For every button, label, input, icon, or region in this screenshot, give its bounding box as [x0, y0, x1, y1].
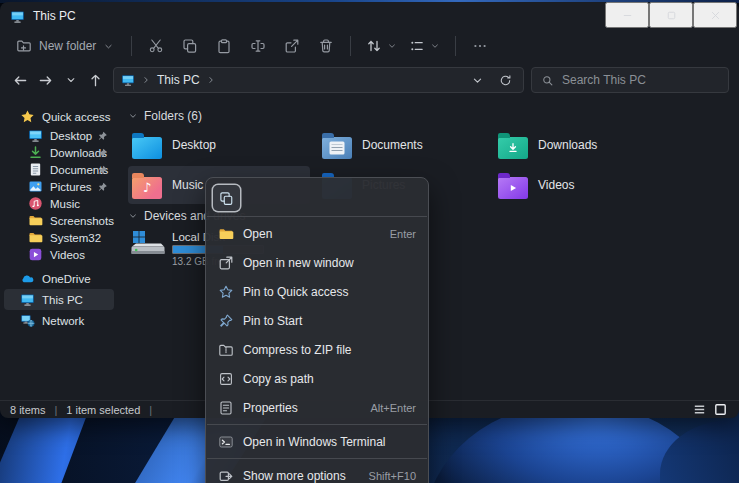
- chevron-right-icon: [206, 75, 216, 85]
- pin-icon: [97, 147, 108, 158]
- folder-tile-label: Desktop: [172, 138, 216, 152]
- forward-button[interactable]: [33, 68, 58, 93]
- toolbar-actions: [141, 33, 341, 60]
- status-selection: 1 item selected: [66, 404, 140, 416]
- terminal-icon: [218, 434, 234, 450]
- folder-tile-documents[interactable]: Documents: [318, 126, 500, 164]
- menu-item-pin-to-start[interactable]: Pin to Start: [206, 306, 428, 335]
- sidebar-item-network[interactable]: Network: [4, 310, 114, 331]
- rename-icon: [250, 38, 266, 54]
- thumbnail-view-icon: [713, 402, 728, 417]
- sidebar-item-desktop[interactable]: Desktop: [4, 127, 114, 144]
- pin-outline-icon: [218, 313, 234, 329]
- folders-section-header[interactable]: Folders (6): [128, 108, 739, 124]
- sort-button[interactable]: [360, 33, 403, 60]
- address-dropdown-button[interactable]: [466, 69, 488, 91]
- copy-button[interactable]: [175, 33, 205, 60]
- breadcrumb-this-pc[interactable]: This PC: [157, 73, 200, 87]
- sidebar-item-pictures[interactable]: Pictures: [4, 178, 114, 195]
- pin-icon: [97, 130, 108, 141]
- delete-button[interactable]: [311, 33, 341, 60]
- maximize-button[interactable]: [649, 2, 693, 28]
- status-separator: |: [149, 404, 152, 416]
- sidebar-item-this-pc[interactable]: This PC: [4, 289, 114, 310]
- cut-button[interactable]: [141, 33, 171, 60]
- menu-item-shortcut: Enter: [390, 228, 416, 240]
- sidebar-item-label: This PC: [42, 294, 83, 306]
- music-sb-icon: [28, 196, 43, 211]
- chevron-down-icon: [65, 74, 77, 86]
- address-bar[interactable]: This PC: [113, 67, 524, 93]
- menu-item-pin-to-quick-access[interactable]: Pin to Quick access: [206, 277, 428, 306]
- large-icons-view-button[interactable]: [713, 402, 729, 417]
- sidebar-item-downloads[interactable]: Downloads: [4, 144, 114, 161]
- folder-tile-videos[interactable]: Videos: [494, 166, 676, 204]
- more-options-button[interactable]: [465, 33, 495, 60]
- menu-item-label: Open: [243, 227, 272, 241]
- menu-quick-copy-button[interactable]: [213, 185, 240, 211]
- open-new-window-icon: [218, 255, 234, 271]
- this-pc-icon: [20, 292, 35, 307]
- menu-separator: [207, 216, 427, 217]
- download-icon: [28, 145, 43, 160]
- paste-button[interactable]: [209, 33, 239, 60]
- menu-item-shortcut: Shift+F10: [369, 470, 416, 482]
- menu-item-label: Pin to Start: [243, 314, 302, 328]
- up-button[interactable]: [83, 68, 108, 93]
- copy-path-icon: [218, 371, 234, 387]
- close-button[interactable]: [693, 2, 737, 28]
- rename-button[interactable]: [243, 33, 273, 60]
- titlebar[interactable]: This PC: [0, 2, 739, 30]
- minimize-button[interactable]: [605, 2, 649, 28]
- up-icon: [88, 73, 103, 88]
- properties-icon: [218, 400, 234, 416]
- view-button[interactable]: [403, 33, 446, 60]
- sidebar-item-label: Music: [50, 198, 80, 210]
- share-button[interactable]: [277, 33, 307, 60]
- menu-item-compress-to-zip-file[interactable]: Compress to ZIP file: [206, 335, 428, 364]
- folder-icon: [28, 230, 43, 245]
- this-pc-icon: [121, 73, 135, 87]
- minimize-icon: [621, 9, 634, 22]
- forward-icon: [38, 73, 53, 88]
- recent-locations-button[interactable]: [58, 68, 83, 93]
- menu-item-copy-as-path[interactable]: Copy as path: [206, 364, 428, 393]
- this-pc-icon: [10, 9, 25, 24]
- view-icon: [409, 38, 425, 54]
- details-view-button[interactable]: [692, 402, 708, 417]
- back-button[interactable]: [8, 68, 33, 93]
- menu-item-open-in-new-window[interactable]: Open in new window: [206, 248, 428, 277]
- folder-icon-videos: [498, 177, 528, 199]
- sidebar-item-onedrive[interactable]: OneDrive: [4, 268, 114, 289]
- sidebar-item-quick-access[interactable]: Quick access: [4, 106, 114, 127]
- menu-item-open[interactable]: OpenEnter: [206, 219, 428, 248]
- star-icon: [20, 109, 35, 124]
- new-folder-button[interactable]: New folder: [8, 34, 122, 58]
- menu-item-label: Open in new window: [243, 256, 354, 270]
- folder-tile-desktop[interactable]: Desktop: [128, 126, 310, 164]
- sidebar-item-videos[interactable]: Videos: [4, 246, 114, 263]
- refresh-button[interactable]: [494, 69, 516, 91]
- folders-section-title: Folders (6): [144, 109, 202, 123]
- folder-tile-downloads[interactable]: Downloads: [494, 126, 676, 164]
- chevron-down-icon: [128, 111, 138, 121]
- context-menu-quick-actions: [206, 182, 428, 214]
- menu-item-open-in-windows-terminal[interactable]: Open in Windows Terminal: [206, 427, 428, 456]
- chevron-down-icon: [471, 74, 484, 87]
- context-menu-items: OpenEnterOpen in new windowPin to Quick …: [206, 219, 428, 483]
- maximize-icon: [665, 9, 678, 22]
- menu-item-show-more-options[interactable]: Show more optionsShift+F10: [206, 461, 428, 483]
- sidebar-item-system32[interactable]: System32: [4, 229, 114, 246]
- menu-item-properties[interactable]: PropertiesAlt+Enter: [206, 393, 428, 422]
- sidebar-item-documents[interactable]: Documents: [4, 161, 114, 178]
- sidebar-item-screenshots[interactable]: Screenshots: [4, 212, 114, 229]
- wallpaper-petal: [660, 420, 739, 483]
- sidebar-item-label: Desktop: [50, 130, 92, 142]
- search-box[interactable]: [531, 67, 729, 93]
- sidebar-item-music[interactable]: Music: [4, 195, 114, 212]
- show-more-icon: [218, 468, 234, 483]
- search-input[interactable]: [562, 73, 719, 87]
- onedrive-icon: [20, 271, 35, 286]
- desktop-screen: This PC New folder: [0, 0, 739, 483]
- open-folder-icon: [218, 226, 234, 242]
